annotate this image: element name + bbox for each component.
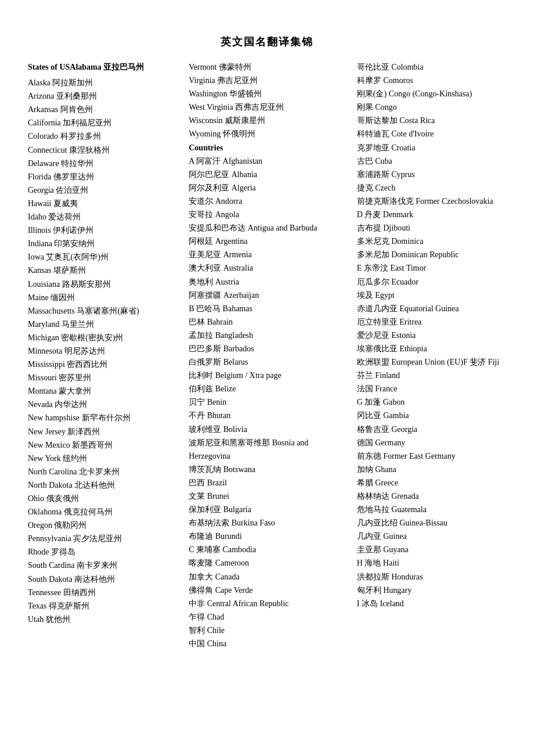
list-item: Tennessee 田纳西州 — [28, 586, 177, 599]
list-item: 贝宁 Benin — [189, 395, 345, 409]
list-item: Texas 得克萨斯州 — [28, 599, 177, 613]
list-item: Oregon 俄勒冈州 — [28, 519, 177, 532]
list-item: Montana 蒙大拿州 — [28, 384, 177, 398]
list-item: 博茨瓦纳 Botswana — [189, 463, 345, 476]
list-item: 乍得 Chad — [189, 610, 345, 624]
list-item: 厄瓜多尔 Ecuador — [357, 275, 506, 289]
list-item: 欧洲联盟 European Union (EU)F 斐济 Fiji — [357, 355, 506, 369]
list-item: 加拿大 Canada — [189, 570, 345, 584]
list-item: 科摩罗 Comoros — [357, 74, 506, 87]
list-item: 埃塞俄比亚 Ethiopia — [357, 342, 506, 355]
list-item: 匈牙利 Hungary — [357, 584, 506, 597]
list-item: 加纳 Ghana — [357, 463, 506, 476]
list-item: Virginia 弗吉尼亚州 — [189, 74, 345, 87]
list-item: 哥伦比亚 Colombia — [357, 60, 506, 74]
list-item: 捷克 Czech — [357, 181, 506, 195]
list-item: North Carolina 北卡罗来州 — [28, 465, 177, 478]
list-item: Alaska 阿拉斯加州 — [28, 76, 177, 89]
list-item: 芬兰 Finland — [357, 369, 506, 382]
list-item: 刚果 Congo — [357, 100, 506, 114]
list-item: E 东帝汶 East Timor — [357, 261, 506, 275]
list-item: 危地马拉 Guatemala — [357, 503, 506, 516]
list-item: 厄立特里亚 Eritrea — [357, 315, 506, 329]
list-item: 中非 Central African Republic — [189, 597, 345, 610]
list-item: 几内亚 Guinea — [357, 530, 506, 543]
list-item: 埃及 Egypt — [357, 289, 506, 302]
list-item: Hawaii 夏威夷 — [28, 197, 177, 210]
list-item: A 阿富汗 Afghanistan — [189, 154, 345, 168]
list-item: Arkansas 阿肯色州 — [28, 103, 177, 116]
list-item: 前东德 Former East Germany — [357, 449, 506, 463]
list-item: B 巴哈马 Bahamas — [189, 302, 345, 315]
list-item: California 加利福尼亚州 — [28, 116, 177, 129]
list-item: 格林纳达 Grenada — [357, 489, 506, 503]
list-item: Georgia 佐治亚州 — [28, 183, 177, 197]
list-item: 多米尼加 Dominican Republic — [357, 248, 506, 261]
list-item: Massachusetts 马塞诸塞州(麻省) — [28, 304, 177, 318]
list-item: Indiana 印第安纳州 — [28, 237, 177, 250]
list-item: Ohio 俄亥俄州 — [28, 492, 177, 505]
list-item: 希腊 Greece — [357, 476, 506, 489]
list-item: 安提瓜和巴布达 Antigua and Barbuda — [189, 221, 345, 235]
list-item: 爱沙尼亚 Estonia — [357, 329, 506, 342]
list-item: 圭亚那 Guyana — [357, 543, 506, 556]
list-item: Colorado 科罗拉多州 — [28, 129, 177, 143]
list-item: Wyoming 怀俄明州 — [189, 127, 345, 141]
page-title: 英文国名翻译集锦 — [23, 35, 511, 49]
list-item: North Dakota 北达科他州 — [28, 478, 177, 492]
list-item: G 加蓬 Gabon — [357, 395, 506, 409]
list-item: 洪都拉斯 Honduras — [357, 570, 506, 584]
list-item: 吉布提 Djibouti — [357, 221, 506, 235]
list-item: 塞浦路斯 Cyprus — [357, 168, 506, 181]
list-item: Florida 佛罗里达州 — [28, 170, 177, 183]
list-item: 白俄罗斯 Belarus — [189, 355, 345, 369]
list-item: 克罗地亚 Croatia — [357, 141, 506, 154]
list-item: 前捷克斯洛伐克 Former Czechoslovakia — [357, 195, 506, 208]
left-entries: Alaska 阿拉斯加州Arizona 亚利桑那州Arkansas 阿肯色州Ca… — [28, 76, 177, 626]
list-item: 布隆迪 Burundi — [189, 530, 345, 543]
list-item: 不丹 Bhutan — [189, 409, 345, 422]
list-item: 布基纳法索 Burkina Faso — [189, 516, 345, 530]
list-item: South Dakota 南达科他州 — [28, 573, 177, 586]
list-item: Countries — [189, 141, 345, 154]
list-item: Louisiana 路易斯安那州 — [28, 278, 177, 291]
list-item: I 冰岛 Iceland — [357, 597, 506, 610]
list-item: Rhode 罗得岛 — [28, 545, 177, 559]
list-item: 古巴 Cuba — [357, 154, 506, 168]
list-item: South Cardina 南卡罗来州 — [28, 559, 177, 572]
list-item: 比利时 Belgium / Xtra page — [189, 369, 345, 382]
list-item: Missouri 密苏里州 — [28, 371, 177, 384]
list-item: 科特迪瓦 Cote d'Ivoire — [357, 127, 506, 141]
list-item: Minnesota 明尼苏达州 — [28, 344, 177, 358]
list-item: Pennsylvania 宾夕法尼亚州 — [28, 532, 177, 545]
list-item: 巴林 Bahrain — [189, 315, 345, 329]
list-item: 孟加拉 Bangladesh — [189, 329, 345, 342]
list-item: Utah 犹他州 — [28, 613, 177, 626]
list-item: New Mexico 新墨西哥州 — [28, 438, 177, 452]
list-item: 阿尔巴尼亚 Albania — [189, 168, 345, 181]
list-item: Mississippi 密西西比州 — [28, 358, 177, 371]
list-item: 格鲁吉亚 Georgia — [357, 423, 506, 436]
list-item: 文莱 Brunei — [189, 489, 345, 503]
list-item: 安道尔 Andorra — [189, 195, 345, 208]
list-item: C 柬埔寨 Cambodia — [189, 543, 345, 556]
list-item: New hampshise 新罕布什尔州 — [28, 411, 177, 424]
list-item: 伯利兹 Belize — [189, 382, 345, 395]
column-right: 哥伦比亚 Colombia科摩罗 Comoros刚果(金) Congo (Con… — [351, 60, 511, 610]
right-entries: 哥伦比亚 Colombia科摩罗 Comoros刚果(金) Congo (Con… — [357, 60, 506, 610]
list-item: 安哥拉 Angola — [189, 208, 345, 221]
list-item: Wisconsin 威斯康星州 — [189, 114, 345, 127]
column-mid: Vermont 佛蒙特州Virginia 弗吉尼亚州Washington 华盛顿… — [183, 60, 351, 650]
list-item: 智利 Chile — [189, 624, 345, 637]
list-item: 波斯尼亚和黑塞哥维那 Bosnia and Herzegovina — [189, 436, 345, 463]
list-item: 德国 Germany — [357, 436, 506, 449]
list-item: Illinois 伊利诺伊州 — [28, 224, 177, 237]
list-item: Delaware 特拉华州 — [28, 157, 177, 170]
list-item: 哥斯达黎加 Costa Rica — [357, 114, 506, 127]
list-item: 奥地利 Austria — [189, 275, 345, 289]
list-item: Arizona 亚利桑那州 — [28, 89, 177, 103]
list-item: Nevada 内华达州 — [28, 398, 177, 411]
list-item: 法国 France — [357, 382, 506, 395]
list-item: 赤道几内亚 Equatorial Guinea — [357, 302, 506, 315]
list-item: 冈比亚 Gambia — [357, 409, 506, 422]
